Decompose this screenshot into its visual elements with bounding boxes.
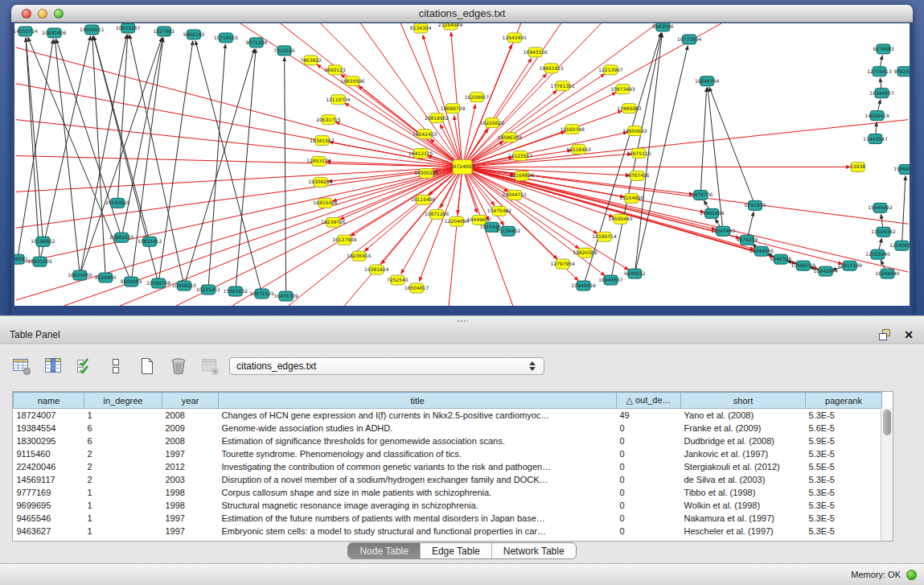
graph-node[interactable]: 18195714 (592, 232, 617, 241)
graph-node[interactable]: 9792554 (893, 67, 910, 76)
new-table-icon[interactable] (137, 356, 158, 377)
graph-node[interactable]: 16476709 (273, 291, 298, 301)
graph-node[interactable]: 18724007 (450, 160, 475, 175)
graph-node[interactable]: 15134452 (496, 226, 521, 236)
table-row[interactable]: 977716911998Corpus callosum shape and si… (14, 486, 882, 499)
graph-node[interactable]: 16982655 (109, 233, 134, 242)
graph-node[interactable]: 14055724 (14, 27, 38, 36)
graph-node[interactable]: 19088739 (441, 104, 466, 113)
graph-node[interactable]: 1527802 (154, 27, 175, 36)
graph-node[interactable]: 8183046 (652, 23, 674, 31)
graph-node[interactable]: 18381567 (310, 136, 335, 146)
graph-node[interactable]: 25160625 (105, 198, 130, 208)
graph-node[interactable]: 10653287 (116, 23, 141, 33)
graph-node[interactable]: 7252540 (387, 275, 409, 285)
graph-node[interactable]: 19309259 (308, 177, 333, 187)
delete-rows-icon[interactable] (168, 356, 189, 377)
graph-node[interactable]: 14985459 (700, 208, 725, 218)
graph-node[interactable]: 16773594 (677, 35, 702, 44)
graph-node[interactable]: 16344557 (869, 89, 894, 98)
graph-node[interactable]: 15586358 (498, 133, 523, 142)
graph-node[interactable]: 19861915 (539, 64, 564, 73)
graph-node[interactable]: 16244540 (875, 269, 900, 278)
graph-node[interactable]: 11026382 (871, 227, 896, 237)
graph-node[interactable]: 16958510 (172, 281, 197, 290)
network-canvas[interactable]: 1872400718835596121107342063171518381567… (14, 23, 910, 306)
graph-node[interactable]: 9274583 (873, 44, 894, 54)
graph-node[interactable]: 8134304 (410, 23, 432, 33)
graph-node[interactable]: 8629850 (95, 273, 117, 282)
graph-node[interactable]: 10835412 (138, 237, 162, 246)
graph-node[interactable]: 12103440 (865, 249, 890, 259)
column-header-in_degree[interactable]: in_degree (84, 393, 162, 409)
graph-node[interactable]: 7515526 (273, 46, 295, 56)
graph-node[interactable]: 9671358 (245, 38, 267, 47)
graph-node[interactable]: 12543491 (503, 33, 528, 43)
graph-node[interactable]: 10944559 (571, 281, 596, 290)
graph-node[interactable]: 16943166 (524, 47, 548, 57)
panel-splitter[interactable] (0, 315, 924, 326)
float-panel-icon[interactable] (876, 328, 893, 342)
graph-node[interactable]: 6791919 (745, 200, 766, 210)
graph-node[interactable]: 12797954 (550, 259, 575, 269)
table-row[interactable]: 969969511998Structural magnetic resonanc… (14, 499, 882, 512)
graph-node[interactable]: 10931005 (27, 257, 52, 266)
graph-node[interactable]: 7463822 (300, 56, 322, 65)
network-window[interactable]: citations_edges.txt 18724007188355961211… (11, 5, 913, 315)
graph-node[interactable]: 9466160 (183, 30, 205, 39)
graph-node[interactable]: 14595443 (608, 214, 633, 224)
graph-node[interactable]: 12853170 (306, 157, 331, 167)
tab-network-table[interactable]: Network Table (492, 543, 576, 558)
graph-node[interactable]: 16226626 (480, 118, 505, 128)
column-header-out_degree[interactable]: △ out_de… (617, 393, 681, 409)
graph-node[interactable]: 16917199 (837, 261, 862, 270)
graph-node[interactable]: 12204098 (445, 216, 470, 226)
network-window-titlebar[interactable]: citations_edges.txt (11, 5, 913, 23)
citation-network-graph[interactable]: 1872400718835596121107342063171518381567… (14, 23, 910, 306)
graph-node[interactable]: 18835596 (340, 76, 365, 86)
table-row[interactable]: 946362711997Embryonic stem cells: a mode… (14, 525, 882, 538)
graph-node[interactable]: 15820306 (573, 248, 598, 257)
graph-node[interactable]: 15938 (850, 163, 865, 172)
graph-node[interactable]: 9660123 (324, 65, 346, 75)
column-header-short[interactable]: short (681, 393, 806, 409)
close-panel-icon[interactable]: ✕ (900, 328, 918, 342)
graph-node[interactable]: 9546328 (770, 254, 792, 264)
graph-node[interactable]: 12213967 (598, 65, 623, 75)
table-row[interactable]: 911546021997Tourette syndrome. Phenomeno… (14, 447, 882, 460)
select-rows-icon[interactable] (74, 356, 95, 377)
graph-node[interactable]: 10160748 (560, 125, 585, 134)
table-row[interactable]: 1830029562008Estimation of significance … (14, 435, 882, 447)
graph-node[interactable]: 16504817 (405, 283, 429, 293)
graph-node[interactable]: 17761351 (550, 81, 575, 91)
tab-edge-table[interactable]: Edge Table (421, 543, 492, 558)
graph-node[interactable]: 15154920 (619, 193, 644, 203)
graph-node[interactable]: 16209917 (465, 93, 490, 102)
graph-node[interactable]: 15475492 (487, 206, 512, 216)
column-header-title[interactable]: title (219, 393, 617, 409)
graph-node[interactable]: 9399561 (14, 254, 28, 264)
graph-node[interactable]: 16942844 (814, 266, 839, 276)
graph-node[interactable]: 16944557 (598, 275, 623, 285)
graph-node[interactable]: 9245012 (624, 269, 646, 278)
table-row[interactable]: 1938455462009Genome-wide association stu… (14, 422, 882, 435)
graph-node[interactable]: 19412175 (409, 149, 433, 159)
graph-node[interactable]: 20818902 (425, 113, 450, 123)
graph-node[interactable]: 15547493 (711, 226, 736, 236)
graph-node[interactable]: 15801632 (224, 286, 248, 296)
table-vertical-scrollbar[interactable] (881, 408, 893, 541)
graph-node[interactable]: 9679219 (737, 235, 758, 245)
graph-node[interactable]: 10719155 (214, 33, 239, 43)
graph-node[interactable]: 10590799 (791, 261, 816, 270)
row-height-icon[interactable] (105, 356, 126, 377)
table-row[interactable]: 1456911722003Disruption of a novel membe… (14, 473, 882, 486)
graph-node[interactable]: 10973493 (610, 84, 635, 94)
graph-node[interactable]: 12775413 (867, 67, 892, 76)
network-table-select[interactable]: citations_edges.txt (229, 357, 544, 375)
tab-node-table[interactable]: Node Table (348, 543, 421, 558)
graph-node[interactable]: 11443547 (863, 134, 888, 144)
scrollbar-thumb[interactable] (883, 410, 891, 435)
graph-node[interactable]: 14699419 (864, 111, 889, 121)
column-header-name[interactable]: name (14, 393, 84, 409)
graph-node[interactable]: 12975115 (626, 149, 651, 159)
